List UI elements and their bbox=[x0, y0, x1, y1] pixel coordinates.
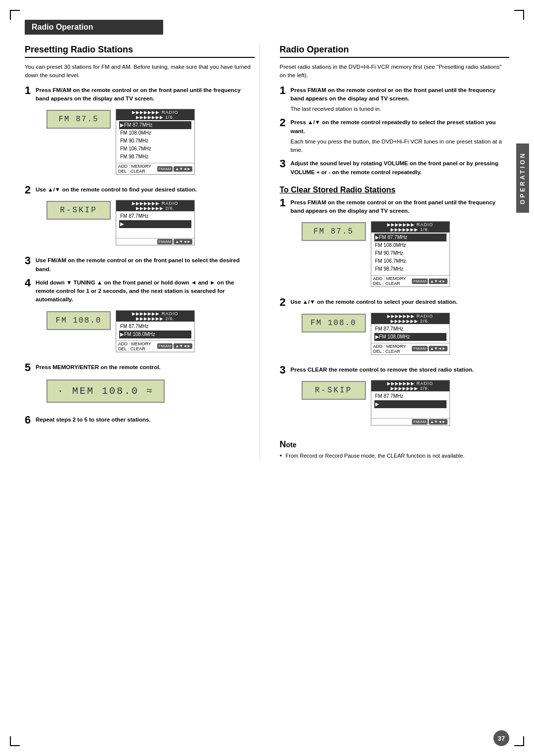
radio-header-c2: ▶▶▶▶▶▶▶ RADIO ▶▶▶▶▶▶▶ 2/6. bbox=[371, 313, 449, 324]
step-3-text: Use FM/AM on the remote control or on th… bbox=[36, 257, 240, 272]
radio-item: FM 106.7MHz bbox=[119, 145, 191, 153]
op-step-2-content: Press ▲/▼ on the remote control repeated… bbox=[291, 118, 510, 154]
radio-items-c1: ▶FM 87.7MHz FM 108.0MHz FM 90.7MHz FM 10… bbox=[371, 233, 449, 274]
op-step-1-note: The last received station is tuned in. bbox=[291, 105, 510, 113]
right-op-step-2: 2 Press ▲/▼ on the remote control repeat… bbox=[280, 118, 510, 154]
radio-item: FM 87.7MHz bbox=[374, 325, 446, 333]
clear-step-num-3: 3 bbox=[280, 365, 289, 376]
step-num-4: 4 bbox=[25, 278, 34, 288]
radio-item: FM 106.7MHz bbox=[374, 257, 446, 265]
radio-header-2: ▶▶▶▶▶▶▶ RADIO ▶▶▶▶▶▶▶ 2/6. bbox=[116, 200, 194, 211]
radio-items-c2: FM 87.7MHz ▶FM 108.0MHz bbox=[371, 324, 449, 342]
radio-item: FM 108.0MHz bbox=[119, 129, 191, 137]
radio-menu-clear-1: ▶▶▶▶▶▶▶ RADIO ▶▶▶▶▶▶▶ 1/6. ▶FM 87.7MHz F… bbox=[371, 221, 450, 287]
radio-item: FM 87.7MHz bbox=[374, 392, 446, 400]
radio-item: ▶FM 87.7MHz bbox=[119, 121, 191, 129]
lcd-rskip-1: R-SKIP bbox=[46, 201, 111, 220]
step-5-text: Press MEMORY/ENTER on the remote control… bbox=[36, 364, 161, 370]
radio-footer-1: ADD : MEMORY DEL : CLEAR FM/AM ▲▼◄► bbox=[116, 163, 194, 174]
step-2-display: R-SKIP ▶▶▶▶▶▶▶ RADIO ▶▶▶▶▶▶▶ 2/6. FM 87.… bbox=[46, 197, 255, 248]
radio-menu-2: ▶▶▶▶▶▶▶ RADIO ▶▶▶▶▶▶▶ 2/6. FM 87.7MHz ▶ … bbox=[116, 200, 195, 245]
clear-step-3-display: R-SKIP ▶▶▶▶▶▶▶ RADIO ▶▶▶▶▶▶▶ 2/6. FM 87.… bbox=[302, 377, 510, 428]
nav-btn: ▲▼◄► bbox=[174, 239, 192, 244]
radio-menu-4: ▶▶▶▶▶▶▶ RADIO ▶▶▶▶▶▶▶ 2/6. FM 87.7MHz ▶F… bbox=[116, 310, 195, 352]
clear-step-3: 3 Press CLEAR the remote control to remo… bbox=[280, 366, 510, 431]
radio-items-c3: FM 87.7MHz ▶ bbox=[371, 391, 449, 417]
radio-item: FM 98.7MHz bbox=[374, 265, 446, 273]
footer-btns: FM/AM ▲▼◄► bbox=[412, 346, 447, 351]
footer-labels: ADD : MEMORY DEL : CLEAR bbox=[373, 276, 406, 286]
radio-item: FM 108.0MHz bbox=[374, 241, 446, 249]
nav-btn: ▲▼◄► bbox=[429, 279, 447, 284]
radio-item: ▶FM 108.0MHz bbox=[374, 333, 446, 341]
right-op-step-3: 3 Adjust the sound level by rotating VOL… bbox=[280, 159, 510, 177]
page-header: Radio Operation bbox=[25, 20, 163, 35]
note-title: Note bbox=[280, 439, 510, 450]
fmam-btn: FM/AM bbox=[157, 166, 173, 172]
left-section-title: Presetting Radio Stations bbox=[25, 45, 255, 58]
step-3-content: Use FM/AM on the remote control or on th… bbox=[36, 256, 255, 274]
footer-labels: ADD : MEMORY DEL : CLEAR bbox=[373, 344, 406, 354]
clear-step-num-2: 2 bbox=[280, 297, 289, 308]
operation-tab: OPERATION bbox=[516, 143, 529, 213]
footer-btns: FM/AM ▲▼◄► bbox=[157, 166, 192, 172]
fmam-btn: FM/AM bbox=[412, 419, 428, 425]
radio-footer-4: ADD : MEMORY DEL : CLEAR FM/AM ▲▼◄► bbox=[116, 340, 194, 352]
op-step-1-content: Press FM/AM on the remote control or on … bbox=[291, 86, 510, 114]
lcd-clear-fm875: FM 87.5 bbox=[302, 222, 366, 241]
note-box: Note From Record or Record Pause mode, t… bbox=[280, 439, 510, 460]
radio-item bbox=[374, 408, 446, 416]
clear-step-1-text: Press FM/AM on the remote control or on … bbox=[291, 199, 496, 214]
radio-item: ▶FM 87.7MHz bbox=[374, 234, 446, 241]
radio-item: ▶ bbox=[374, 400, 446, 408]
step-1-text: Press FM/AM on the remote control or on … bbox=[36, 87, 241, 101]
lcd-mem: · MEM 108.0 ≈ bbox=[46, 379, 165, 403]
left-step-1: 1 Press FM/AM on the remote control or o… bbox=[25, 86, 255, 181]
footer-labels: ADD : MEMORY DEL : CLEAR bbox=[118, 164, 151, 174]
right-column: OPERATION Radio Operation Preset radio s… bbox=[275, 45, 510, 460]
radio-footer-c2: ADD : MEMORY DEL : CLEAR FM/AM ▲▼◄► bbox=[371, 343, 449, 354]
note-item: From Record or Record Pause mode, the CL… bbox=[280, 452, 510, 460]
op-step-num-1: 1 bbox=[280, 85, 289, 96]
radio-items-1: ▶FM 87.7MHz FM 108.0MHz FM 90.7MHz FM 10… bbox=[116, 120, 194, 162]
clear-step-2: 2 Use ▲/▼ on the remote control to selec… bbox=[280, 298, 510, 360]
step-2-content: Use ▲/▼ on the remote control to find yo… bbox=[36, 186, 255, 251]
footer-btns: FM/AM ▲▼◄► bbox=[412, 279, 447, 284]
clear-step-3-content: Press CLEAR the remote control to remove… bbox=[291, 366, 510, 431]
radio-item bbox=[119, 228, 191, 236]
clear-step-1-display: FM 87.5 ▶▶▶▶▶▶▶ RADIO ▶▶▶▶▶▶▶ 1/6. ▶FM 8… bbox=[302, 218, 510, 290]
radio-items-2: FM 87.7MHz ▶ bbox=[116, 211, 194, 237]
op-step-2-note: Each time you press the button, the DVD+… bbox=[291, 138, 510, 155]
step-6-text: Repeat steps 2 to 5 to store other stati… bbox=[36, 417, 151, 423]
op-step-num-2: 2 bbox=[280, 117, 289, 128]
nav-btn: ▲▼◄► bbox=[174, 343, 192, 349]
step-2-text: Use ▲/▼ on the remote control to find yo… bbox=[36, 187, 197, 192]
op-step-num-3: 3 bbox=[280, 158, 289, 169]
op-step-3-content: Adjust the sound level by rotating VOLUM… bbox=[291, 159, 510, 177]
lcd-clear-rskip: R-SKIP bbox=[302, 381, 366, 400]
nav-btn: ▲▼◄► bbox=[429, 346, 447, 351]
radio-item: FM 87.7MHz bbox=[119, 212, 191, 220]
left-step-2: 2 Use ▲/▼ on the remote control to find … bbox=[25, 186, 255, 251]
step-num-2: 2 bbox=[25, 185, 34, 195]
step-6-content: Repeat steps 2 to 5 to store other stati… bbox=[36, 416, 255, 424]
clear-step-2-content: Use ▲/▼ on the remote control to select … bbox=[291, 298, 510, 360]
op-step-1-text: Press FM/AM on the remote control or on … bbox=[291, 87, 496, 101]
radio-item: ▶FM 108.0MHz bbox=[119, 331, 191, 338]
nav-btn: ▲▼◄► bbox=[429, 419, 447, 425]
fmam-btn: FM/AM bbox=[412, 279, 428, 284]
op-step-2-text: Press ▲/▼ on the remote control repeated… bbox=[291, 119, 496, 134]
right-intro: Preset radio stations in the DVD+Hi-Fi V… bbox=[280, 63, 510, 80]
left-step-3: 3 Use FM/AM on the remote control or on … bbox=[25, 256, 255, 274]
step-num-1: 1 bbox=[25, 85, 34, 96]
clear-step-2-display: FM 108.0 ▶▶▶▶▶▶▶ RADIO ▶▶▶▶▶▶▶ 2/6. FM 8… bbox=[302, 310, 510, 358]
clear-step-1-content: Press FM/AM on the remote control or on … bbox=[291, 198, 510, 293]
nav-btn: ▲▼◄► bbox=[174, 166, 192, 172]
footer-btns: FM/AM ▲▼◄► bbox=[157, 343, 192, 349]
radio-header-1: ▶▶▶▶▶▶▶ RADIO ▶▶▶▶▶▶▶ 1/6. bbox=[116, 109, 194, 120]
clear-step-1: 1 Press FM/AM on the remote control or o… bbox=[280, 198, 510, 293]
radio-item: FM 98.7MHz bbox=[119, 153, 191, 161]
right-op-step-1: 1 Press FM/AM on the remote control or o… bbox=[280, 86, 510, 114]
fmam-btn: FM/AM bbox=[412, 346, 428, 351]
radio-item: FM 90.7MHz bbox=[374, 249, 446, 257]
